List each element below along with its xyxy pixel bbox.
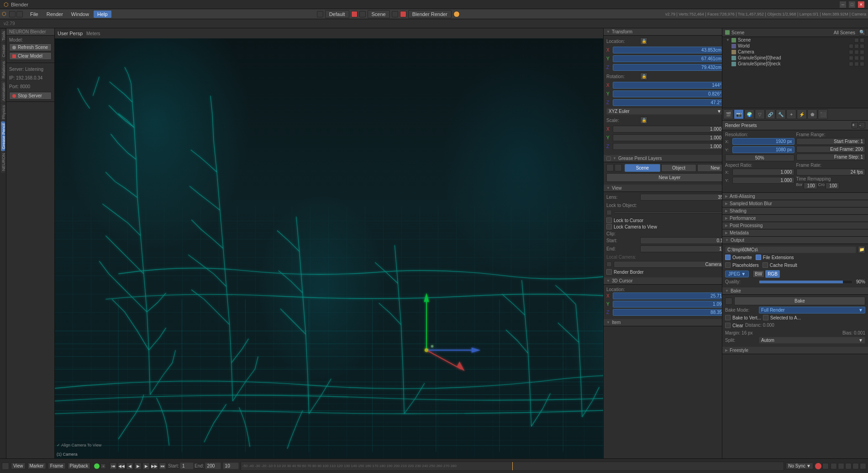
grease-check[interactable] — [606, 156, 611, 161]
start-frame-field[interactable]: 1 — [180, 462, 194, 469]
scale-z-value[interactable]: 1.000 — [613, 143, 724, 150]
next-frame-btn[interactable]: ▶ — [142, 462, 150, 470]
rot-y-value[interactable]: 0.826° — [613, 90, 724, 97]
gp-icon1[interactable] — [606, 164, 614, 171]
overwrite-check[interactable] — [725, 255, 731, 260]
res-y-value[interactable]: 1080 px — [732, 146, 794, 153]
sync-dropdown[interactable]: No Sync ▼ — [786, 462, 813, 469]
neck-render[interactable] — [860, 62, 864, 66]
props-tab-physics[interactable]: ⚡ — [797, 109, 807, 119]
keyframe-btn[interactable]: ⬦ — [100, 463, 106, 469]
end-frame-field[interactable]: 200 — [205, 462, 221, 469]
vtab-tools[interactable]: Tools — [1, 29, 5, 43]
props-tab-texture[interactable]: ⬛ — [818, 109, 828, 119]
play-btn[interactable]: ▶ — [134, 462, 142, 470]
head-lock[interactable] — [854, 56, 859, 60]
props-tab-material[interactable]: ⬟ — [807, 109, 817, 119]
object-btn[interactable]: Object — [661, 164, 697, 172]
cam-vis[interactable] — [849, 50, 853, 54]
next-key-btn[interactable]: ▶▶ — [151, 462, 158, 470]
bake-mode-dropdown[interactable]: Full Render ▼ — [759, 307, 865, 314]
file-ext-row[interactable]: File Extensions — [756, 255, 794, 260]
metadata-section[interactable]: ▶ Metadata — [722, 229, 868, 237]
vtab-animation[interactable]: Animation — [1, 81, 5, 103]
neck-lock[interactable] — [854, 62, 859, 66]
menu-file[interactable]: File — [26, 11, 42, 18]
frame-step[interactable]: Frame Step: 1 — [796, 154, 866, 160]
cache-result-row[interactable]: Cache Result — [763, 262, 797, 268]
world-render[interactable] — [860, 44, 864, 48]
current-frame-field[interactable]: 10 — [223, 462, 239, 469]
clip-end-value[interactable]: 100m — [640, 245, 733, 252]
rgb-btn[interactable]: RGB — [765, 270, 780, 278]
jump-start-btn[interactable]: ⏮ — [110, 462, 117, 470]
sampled-motion-blur-section[interactable]: ▶ Sampled Motion Blur — [722, 200, 868, 207]
performance-section[interactable]: ▶ Performance — [722, 215, 868, 222]
outliner-item-granule-neck[interactable]: GranuleSpine[0]neck — [722, 61, 868, 67]
aspect-x-val[interactable]: 1.000 — [732, 169, 794, 175]
cursor-z-value[interactable]: 88.352cm — [613, 309, 733, 316]
props-tab-constraints[interactable]: 🔗 — [765, 109, 775, 119]
aspect-y-val[interactable]: 1.000 — [732, 177, 794, 184]
post-processing-section[interactable]: ▶ Post Processing — [722, 222, 868, 229]
selected-check[interactable] — [763, 315, 768, 320]
icon-btn-2[interactable] — [16, 11, 23, 17]
menu-window[interactable]: Window — [68, 11, 93, 18]
props-tab-render[interactable]: 📷 — [734, 109, 744, 119]
scene-btn[interactable]: Scene — [625, 164, 660, 172]
prev-frame-btn[interactable]: ◀ — [126, 462, 133, 470]
scene-close[interactable] — [400, 11, 406, 17]
icon-btn-1[interactable] — [9, 11, 16, 17]
icon-grid[interactable] — [317, 11, 323, 17]
auto-key-btn[interactable] — [822, 463, 829, 469]
outliner-item-camera[interactable]: Camera — [722, 49, 868, 55]
rot-z-value[interactable]: 47.2° — [613, 99, 724, 106]
split-dropdown[interactable]: Autom ▼ — [759, 337, 865, 344]
clear-row[interactable]: Clear — [725, 323, 743, 328]
bor-val[interactable]: 100 — [804, 182, 817, 189]
outliner-item-granule-head[interactable]: GranuleSpine[0]head — [722, 55, 868, 61]
overwrite-row[interactable]: Overwrite — [725, 255, 752, 260]
vtab-physics[interactable]: Physics — [1, 103, 5, 121]
timeline-icon[interactable] — [2, 462, 9, 470]
props-tab-modifiers[interactable]: 🔧 — [776, 109, 786, 119]
timeline-view-btn[interactable]: View — [11, 462, 26, 469]
lock-obj-color[interactable] — [606, 210, 612, 215]
scale-x-value[interactable]: 1.000 — [613, 126, 724, 133]
props-tab-object[interactable]: ▽ — [755, 109, 765, 119]
scale-y-value[interactable]: 1.000 — [613, 134, 724, 141]
format-dropdown[interactable]: JPEG ▼ — [725, 271, 749, 277]
cro-val[interactable]: 100 — [826, 182, 839, 189]
icon-s1[interactable] — [392, 11, 398, 17]
new-layer-button[interactable]: New Layer — [606, 173, 733, 182]
lock-cursor-row[interactable]: Lock to Cursor — [606, 218, 733, 223]
lock-camera-row[interactable]: Lock Camera to View — [606, 224, 733, 229]
output-path-btn[interactable]: 📁 — [858, 246, 865, 253]
head-vis[interactable] — [849, 56, 853, 60]
lock-obj-field[interactable] — [614, 212, 724, 213]
vtab-grease-pencil[interactable]: Grease Pencil — [1, 122, 5, 151]
icon-view[interactable] — [359, 11, 366, 17]
neck-vis[interactable] — [849, 62, 853, 66]
jump-end-btn[interactable]: ⏭ — [159, 462, 166, 470]
scene-vis[interactable] — [854, 38, 859, 43]
clear-model-button[interactable]: Clear Model — [9, 52, 52, 60]
props-tab-scene[interactable]: 🎬 — [723, 109, 733, 119]
vtab-create[interactable]: Create — [1, 43, 5, 59]
bake-button[interactable]: Bake — [734, 297, 865, 305]
bake-vert-check[interactable] — [725, 315, 731, 320]
misc-btn1[interactable] — [831, 463, 837, 469]
props-tab-world[interactable]: 🌍 — [744, 109, 754, 119]
cache-check[interactable] — [763, 262, 768, 268]
shading-section[interactable]: ▶ Shading — [722, 207, 868, 215]
cam-render[interactable] — [860, 50, 864, 54]
end-frame[interactable]: End Frame: 200 — [796, 146, 866, 153]
vtab-relations[interactable]: Relations — [1, 59, 5, 80]
outliner-search[interactable]: 🔍 — [859, 29, 865, 36]
start-frame[interactable]: Start Frame: 1 — [796, 138, 866, 145]
loc-y-value[interactable]: 67.461cm — [613, 55, 724, 62]
gp-icon2[interactable] — [615, 164, 622, 171]
res-x-value[interactable]: 1920 px — [732, 138, 794, 145]
cursor-y-value[interactable]: 1.0929m — [613, 301, 733, 308]
lens-value[interactable]: 35mm — [640, 194, 733, 201]
